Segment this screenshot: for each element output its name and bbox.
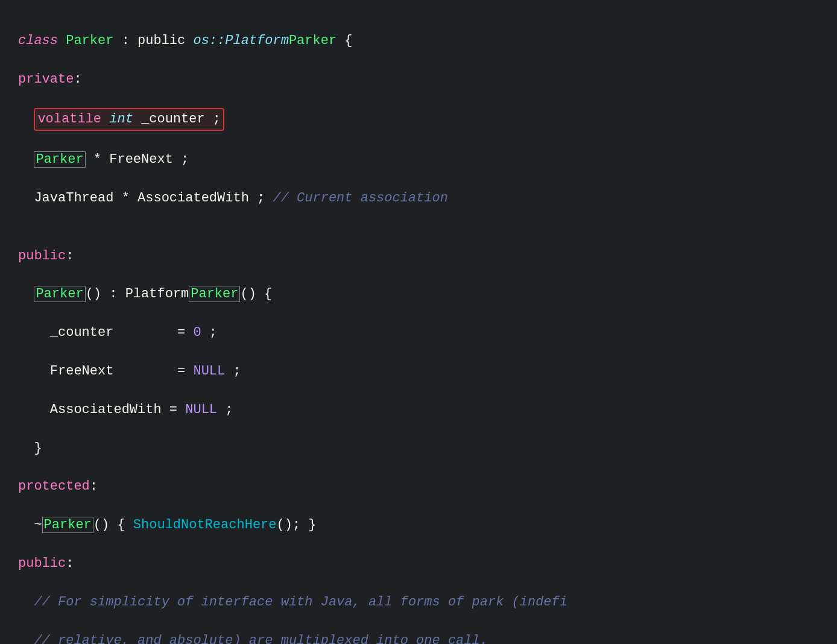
line-8: Parker() : PlatformParker() { [18, 285, 819, 304]
line-5: JavaThread * AssociatedWith ; // Current… [18, 189, 819, 208]
code-editor: class Parker : public os::PlatformParker… [18, 12, 819, 644]
line-14: ~Parker() { ShouldNotReachHere(); } [18, 516, 819, 535]
line-2: private: [18, 70, 819, 89]
line-12: } [18, 439, 819, 458]
line-15: public: [18, 554, 819, 573]
line-9: _counter = 0 ; [18, 323, 819, 343]
line-1: class Parker : public os::PlatformParker… [18, 31, 819, 51]
line-3: volatile int _counter ; [18, 108, 819, 131]
line-10: FreeNext = NULL ; [18, 362, 819, 381]
line-4: Parker * FreeNext ; [18, 150, 819, 169]
line-13: protected: [18, 477, 819, 496]
line-11: AssociatedWith = NULL ; [18, 400, 819, 420]
line-16: // For simplicity of interface with Java… [18, 593, 819, 612]
line-17: // relative, and absolute) are multiplex… [18, 631, 819, 645]
line-7: public: [18, 247, 819, 266]
